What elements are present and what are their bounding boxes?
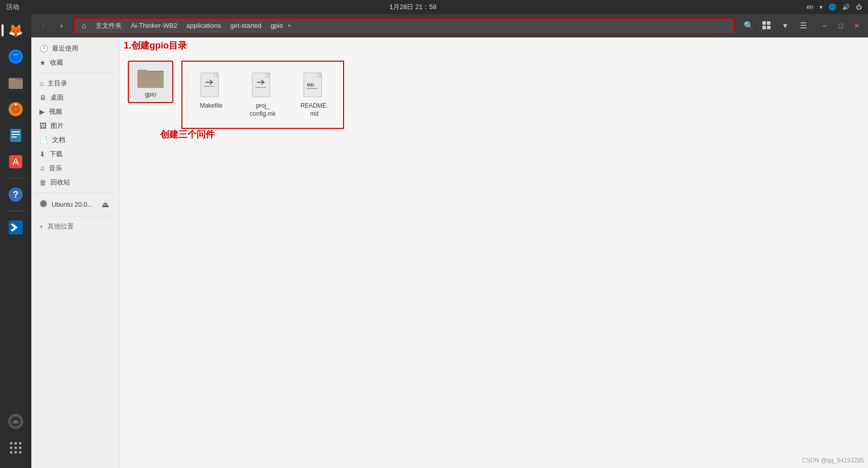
close-button[interactable]: ✕ xyxy=(850,19,864,33)
sidebar-item-documents-label: 文档 xyxy=(52,135,65,145)
minimize-button[interactable]: − xyxy=(817,19,832,33)
svg-point-25 xyxy=(10,447,13,449)
svg-rect-32 xyxy=(767,21,770,25)
svg-text:MD: MD xyxy=(307,82,314,87)
sidebar-separator-3 xyxy=(35,216,115,216)
sidebar-item-videos[interactable]: ▶ 视频 xyxy=(33,105,117,119)
sidebar-item-trash[interactable]: 🗑 回收站 xyxy=(33,175,117,190)
topbar-dropdown-icon[interactable]: ▾ xyxy=(819,4,823,11)
sidebar-item-music[interactable]: ♫ 音乐 xyxy=(33,161,117,175)
svg-point-37 xyxy=(43,203,44,205)
dock-item-vscode[interactable] xyxy=(4,215,28,240)
sidebar-mount-label: Ubuntu 20.0... xyxy=(52,201,93,208)
sidebar-item-documents[interactable]: 📄 文档 xyxy=(33,133,117,147)
topbar: 活动 1月28日 21：58 en ▾ 🌐 🔊 ⏻ xyxy=(0,0,868,14)
sidebar-item-desktop-label: 桌面 xyxy=(51,93,64,102)
svg-rect-11 xyxy=(12,134,20,135)
svg-point-1 xyxy=(11,52,21,62)
svg-text:DVD: DVD xyxy=(13,421,19,424)
dock-item-help[interactable]: ? xyxy=(4,182,28,207)
topbar-systray: en ▾ 🌐 🔊 ⏻ xyxy=(807,4,862,11)
path-item-get-started[interactable]: get-started xyxy=(226,21,265,30)
topbar-en-label[interactable]: en xyxy=(807,4,813,11)
file-display-area: gpio xyxy=(128,61,860,129)
folder-gpio-label: gpio xyxy=(145,91,157,99)
makefile-icon xyxy=(199,72,223,100)
search-button[interactable]: 🔍 xyxy=(741,18,757,34)
maximize-button[interactable]: □ xyxy=(834,19,848,33)
svg-rect-9 xyxy=(10,129,21,142)
files-section: Makefile proj xyxy=(181,61,344,129)
folder-gpio[interactable]: gpio xyxy=(128,61,173,103)
svg-rect-4 xyxy=(9,80,23,89)
topbar-datetime: 1月28日 21：58 xyxy=(390,3,437,12)
eject-button[interactable]: ⏏ xyxy=(100,199,111,210)
sidebar-item-home[interactable]: ⌂ 主目录 xyxy=(33,76,117,90)
proj-config-label: proj_config.mk xyxy=(250,102,275,118)
recent-icon: 🕐 xyxy=(39,44,48,53)
svg-rect-10 xyxy=(12,131,20,132)
sidebar-item-bookmarks[interactable]: ★ 收藏 xyxy=(33,56,117,70)
pictures-icon: 🖼 xyxy=(39,122,46,130)
sidebar-item-pictures-label: 图片 xyxy=(51,121,64,130)
sidebar-item-downloads[interactable]: ⬇ 下载 xyxy=(33,147,117,161)
path-item-gpio[interactable]: gpio xyxy=(267,21,287,30)
svg-point-24 xyxy=(19,442,22,445)
dock-item-dvd[interactable]: DVD xyxy=(4,409,28,434)
topbar-activities[interactable]: 活动 xyxy=(6,3,19,12)
toolbar-right: 🔍 ▾ ☰ xyxy=(741,18,811,34)
readme-label: README.md xyxy=(301,102,328,118)
path-item-home-folder[interactable]: 主文件夹 xyxy=(91,20,126,31)
back-button[interactable]: ‹ xyxy=(35,18,52,34)
dock-separator xyxy=(7,178,25,178)
svg-rect-39 xyxy=(137,74,164,88)
content-area: 1.创建gpio目录 gpio xyxy=(120,37,868,468)
dock-item-rhythmbox[interactable] xyxy=(4,97,28,121)
file-makefile[interactable]: Makefile xyxy=(188,68,234,122)
file-proj-config[interactable]: proj_config.mk xyxy=(240,68,285,122)
path-item-applications[interactable]: applications xyxy=(182,21,225,30)
sidebar-item-videos-label: 视频 xyxy=(49,107,62,116)
dock-item-files[interactable] xyxy=(4,71,28,95)
dock-item-appstore[interactable]: A xyxy=(4,150,28,174)
home-icon: ⌂ xyxy=(39,79,43,87)
dock-item-firefox[interactable]: 🦊 xyxy=(4,18,28,42)
makefile-label: Makefile xyxy=(200,102,223,110)
annotation-create-files: 创建三个问件 xyxy=(160,128,215,141)
sidebar-add-label: 其他位置 xyxy=(47,222,74,231)
pathbar: ⌂ 主文件夹 Ai-Thinker-WB2 applications get-s… xyxy=(74,18,735,34)
dock-item-apps-grid[interactable] xyxy=(4,436,28,460)
add-icon: + xyxy=(39,223,43,230)
view-button[interactable] xyxy=(759,18,775,34)
dock-item-lo-writer[interactable] xyxy=(4,123,28,148)
sidebar-add-locations[interactable]: + 其他位置 xyxy=(33,219,117,233)
videos-icon: ▶ xyxy=(39,108,45,116)
sidebar-separator-1 xyxy=(35,73,115,73)
sidebar-item-bookmarks-label: 收藏 xyxy=(50,58,63,67)
sidebar-item-home-label: 主目录 xyxy=(47,79,67,88)
dock-item-thunderbird[interactable] xyxy=(4,44,28,69)
sidebar-item-music-label: 音乐 xyxy=(49,164,62,173)
view-dropdown-button[interactable]: ▾ xyxy=(777,18,793,34)
sidebar-item-recent[interactable]: 🕐 最近使用 xyxy=(33,41,117,56)
sidebar-item-desktop[interactable]: 🖥 桌面 xyxy=(33,90,117,105)
folder-gpio-icon xyxy=(136,65,165,89)
sidebar-item-recent-label: 最近使用 xyxy=(52,44,78,53)
path-dropdown-arrow[interactable]: ▾ xyxy=(288,23,291,28)
documents-icon: 📄 xyxy=(39,136,48,144)
svg-point-8 xyxy=(15,104,17,106)
desktop-icon: 🖥 xyxy=(39,93,46,102)
dock-separator-2 xyxy=(7,211,25,211)
file-manager-window: ‹ › ⌂ 主文件夹 Ai-Thinker-WB2 applications g… xyxy=(31,14,868,468)
file-readme[interactable]: MD README.md xyxy=(292,68,337,122)
sidebar: 🕐 最近使用 ★ 收藏 ⌂ 主目录 🖥 桌面 ▶ 视频 🖼 图片 xyxy=(31,37,120,468)
sidebar-item-pictures[interactable]: 🖼 图片 xyxy=(33,119,117,133)
proj-config-icon xyxy=(251,72,275,100)
path-item-ai-thinker[interactable]: Ai-Thinker-WB2 xyxy=(127,21,181,30)
svg-rect-40 xyxy=(201,73,218,97)
sidebar-item-ubuntu-mount[interactable]: Ubuntu 20.0... ⏏ xyxy=(33,196,117,213)
path-home[interactable]: ⌂ xyxy=(78,20,90,31)
menu-button[interactable]: ☰ xyxy=(795,18,811,34)
mount-icon xyxy=(39,200,47,209)
forward-button[interactable]: › xyxy=(54,18,70,34)
